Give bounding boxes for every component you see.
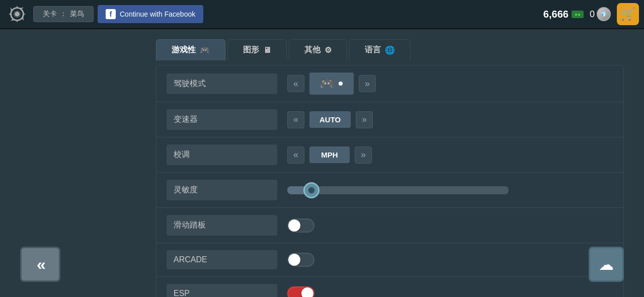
cart-icon: 🛒 bbox=[620, 7, 635, 21]
top-bar-right: 6,666 ●● 0 💎 🛒 bbox=[543, 3, 639, 25]
drive-mode-label: 驾驶模式 bbox=[167, 73, 277, 94]
gem-icon: 💎 bbox=[597, 7, 611, 21]
calibration-label: 校调 bbox=[167, 144, 277, 165]
svg-point-3 bbox=[15, 12, 20, 17]
tabs-container: 游戏性 🎮 图形 🖥 其他 ⚙ 语言 🌐 bbox=[156, 39, 624, 60]
steering-wheel-icon: 🎮 bbox=[319, 77, 335, 91]
settings-panel: 驾驶模式 « 🎮 » 变速器 « AUTO » 校调 bbox=[156, 65, 624, 297]
tab-language-icon: 🌐 bbox=[385, 45, 395, 55]
sensitivity-label: 灵敏度 bbox=[167, 180, 277, 200]
transmission-text: AUTO bbox=[319, 115, 341, 124]
level-value: 菜鸟 bbox=[70, 10, 84, 19]
top-bar: 关卡 ： 菜鸟 f Continue with Facebook 6,666 ●… bbox=[0, 0, 644, 29]
sync-icon: ☁ bbox=[599, 256, 614, 273]
back-button[interactable]: « bbox=[20, 247, 60, 282]
sensitivity-row: 灵敏度 bbox=[156, 173, 623, 208]
level-label: 关卡 bbox=[43, 10, 57, 19]
transmission-value: AUTO bbox=[309, 111, 351, 128]
gem-display: 0 💎 bbox=[590, 7, 611, 21]
arcade-label: ARCADE bbox=[167, 250, 277, 269]
tab-gameplay-icon: 🎮 bbox=[200, 45, 210, 55]
drive-mode-value: 🎮 bbox=[309, 72, 354, 95]
slide-pedal-toggle[interactable] bbox=[287, 218, 314, 233]
coin-value: 6,666 bbox=[543, 9, 569, 20]
tab-other-icon: ⚙ bbox=[325, 45, 332, 55]
transmission-row: 变速器 « AUTO » bbox=[156, 102, 623, 137]
tab-other[interactable]: 其他 ⚙ bbox=[289, 39, 347, 60]
arcade-toggle[interactable] bbox=[287, 253, 314, 267]
level-separator: ： bbox=[60, 10, 67, 19]
arcade-control bbox=[287, 253, 613, 267]
esp-toggle-knob bbox=[301, 287, 313, 297]
top-bar-left: 关卡 ： 菜鸟 f Continue with Facebook bbox=[5, 2, 203, 26]
level-badge: 关卡 ： 菜鸟 bbox=[33, 6, 94, 22]
tab-language[interactable]: 语言 🌐 bbox=[349, 39, 411, 60]
slide-pedal-control bbox=[287, 218, 613, 233]
back-arrow-icon: « bbox=[37, 255, 44, 274]
esp-toggle[interactable] bbox=[287, 286, 314, 297]
tab-graphics-label: 图形 bbox=[243, 45, 259, 55]
calibration-value: MPH bbox=[309, 146, 350, 163]
sensitivity-slider-thumb[interactable] bbox=[303, 182, 319, 198]
tab-graphics[interactable]: 图形 🖥 bbox=[227, 39, 287, 60]
slide-pedal-toggle-knob bbox=[288, 219, 300, 232]
drive-mode-control: « 🎮 » bbox=[287, 72, 613, 95]
slide-pedal-row: 滑动踏板 bbox=[156, 208, 623, 243]
transmission-prev-button[interactable]: « bbox=[287, 111, 304, 128]
sync-button[interactable]: ☁ bbox=[589, 247, 624, 282]
drive-mode-prev-button[interactable]: « bbox=[287, 75, 304, 92]
calibration-prev-button[interactable]: « bbox=[287, 146, 304, 164]
transmission-label: 变速器 bbox=[167, 109, 277, 130]
drive-mode-next-button[interactable]: » bbox=[359, 75, 376, 92]
esp-control bbox=[287, 286, 613, 297]
cart-button[interactable]: 🛒 bbox=[617, 3, 639, 25]
settings-gear-button[interactable] bbox=[5, 2, 29, 26]
facebook-icon: f bbox=[106, 9, 116, 19]
dot-indicator bbox=[339, 82, 343, 86]
tab-gameplay[interactable]: 游戏性 🎮 bbox=[156, 39, 225, 60]
esp-row: ESP bbox=[156, 277, 623, 297]
facebook-label: Continue with Facebook bbox=[120, 10, 195, 18]
tab-gameplay-label: 游戏性 bbox=[172, 45, 196, 55]
arcade-toggle-knob bbox=[288, 254, 300, 266]
drive-mode-row: 驾驶模式 « 🎮 » bbox=[156, 65, 623, 102]
esp-label: ESP bbox=[167, 284, 277, 297]
transmission-next-button[interactable]: » bbox=[356, 111, 373, 128]
calibration-row: 校调 « MPH » bbox=[156, 137, 623, 173]
arcade-row: ARCADE bbox=[156, 243, 623, 277]
calibration-next-button[interactable]: » bbox=[355, 146, 372, 164]
main-content: 游戏性 🎮 图形 🖥 其他 ⚙ 语言 🌐 驾驶模式 « 🎮 bbox=[0, 29, 644, 297]
transmission-control: « AUTO » bbox=[287, 111, 613, 128]
calibration-control: « MPH » bbox=[287, 146, 613, 164]
facebook-login-button[interactable]: f Continue with Facebook bbox=[98, 5, 203, 23]
sensitivity-control bbox=[287, 186, 613, 194]
calibration-text: MPH bbox=[321, 151, 338, 159]
slide-pedal-label: 滑动踏板 bbox=[167, 215, 277, 236]
gem-value: 0 bbox=[590, 9, 595, 20]
sensitivity-slider-track[interactable] bbox=[287, 186, 509, 194]
tab-graphics-icon: 🖥 bbox=[263, 46, 271, 55]
tab-other-label: 其他 bbox=[304, 45, 320, 55]
coin-display: 6,666 ●● bbox=[543, 9, 584, 20]
tab-language-label: 语言 bbox=[365, 45, 381, 55]
